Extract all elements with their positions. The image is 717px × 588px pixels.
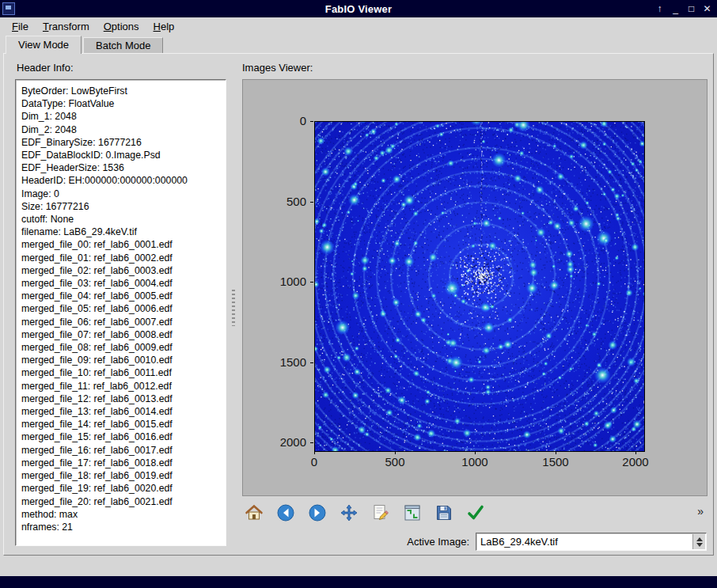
subplots-button[interactable] (400, 501, 425, 526)
tick-mark (310, 442, 313, 443)
window-controls: ↑ _ □ ✕ (653, 0, 714, 17)
home-button[interactable] (241, 501, 267, 526)
y-tick-label: 500 (243, 195, 306, 208)
home-icon (245, 503, 264, 525)
edit-icon (371, 503, 390, 525)
titlebar: FabIO Viewer ↑ _ □ ✕ (0, 0, 717, 17)
close-button[interactable]: ✕ (700, 2, 714, 16)
app-window: FabIO Viewer ↑ _ □ ✕ File Transform Opti… (0, 0, 717, 588)
window-title: FabIO Viewer (0, 3, 717, 15)
y-tick-label: 0 (243, 114, 306, 127)
tabbar: View Mode Batch Mode (0, 35, 717, 53)
y-tick-label: 1500 (243, 355, 306, 369)
x-tick-label: 1000 (443, 455, 506, 469)
active-image-value: LaB6_29.4keV.tif (480, 536, 558, 548)
main-frame: Header Info: ByteOrder: LowByteFirst Dat… (3, 53, 714, 556)
plot-toolbar (241, 499, 488, 528)
app-icon[interactable] (2, 2, 15, 15)
active-image-label: Active Image: (335, 536, 469, 548)
shade-button[interactable]: ↑ (653, 2, 666, 16)
tick-mark (310, 362, 313, 363)
menu-transform[interactable]: Transform (36, 19, 97, 34)
minimize-button[interactable]: _ (669, 2, 682, 16)
tick-mark (310, 282, 313, 283)
diffraction-image[interactable] (315, 122, 644, 451)
plot-axes[interactable] (314, 121, 645, 452)
tab-batch-mode[interactable]: Batch Mode (83, 37, 163, 53)
tick-mark (556, 451, 556, 454)
menu-options[interactable]: Options (97, 19, 146, 34)
x-tick-label: 500 (363, 455, 427, 469)
menu-help[interactable]: Help (146, 19, 182, 34)
tick-mark (310, 121, 313, 122)
splitter-handle[interactable] (232, 290, 235, 326)
save-icon (434, 503, 453, 525)
images-viewer-label: Images Viewer: (242, 62, 313, 74)
header-info-label: Header Info: (17, 62, 74, 74)
tick-mark (475, 451, 476, 454)
tick-mark (314, 451, 315, 454)
tab-view-mode[interactable]: View Mode (6, 36, 82, 54)
tick-mark (310, 202, 313, 203)
x-tick-label: 0 (283, 455, 346, 469)
tick-mark (395, 451, 396, 454)
y-tick-label: 1000 (243, 275, 306, 288)
pan-icon (340, 503, 358, 525)
subplots-icon (403, 503, 422, 525)
edit-button[interactable] (368, 501, 393, 526)
menubar: File Transform Options Help (0, 17, 717, 35)
maximize-button[interactable]: □ (685, 2, 698, 16)
forward-arrow-icon (308, 503, 327, 525)
taskbar-strip (0, 576, 717, 588)
back-button[interactable] (273, 501, 298, 526)
menu-file[interactable]: File (5, 19, 36, 34)
header-info-text[interactable]: ByteOrder: LowByteFirst DataType: FloatV… (15, 79, 226, 546)
active-image-combobox[interactable]: LaB6_29.4keV.tif (476, 533, 707, 551)
save-button[interactable] (431, 501, 457, 526)
pan-button[interactable] (336, 501, 362, 526)
x-tick-label: 1500 (524, 455, 587, 469)
check-icon (466, 503, 485, 525)
toolbar-overflow-chevron[interactable]: » (697, 505, 704, 518)
y-tick-label: 2000 (243, 435, 306, 449)
x-tick-label: 2000 (604, 455, 667, 469)
tick-mark (635, 451, 636, 454)
back-arrow-icon (276, 503, 295, 525)
forward-button[interactable] (305, 501, 330, 526)
combo-arrows-icon[interactable] (692, 534, 705, 549)
figure-area: 0 500 1000 1500 2000 0 500 1000 1500 200… (242, 79, 708, 496)
apply-button[interactable] (463, 501, 488, 526)
